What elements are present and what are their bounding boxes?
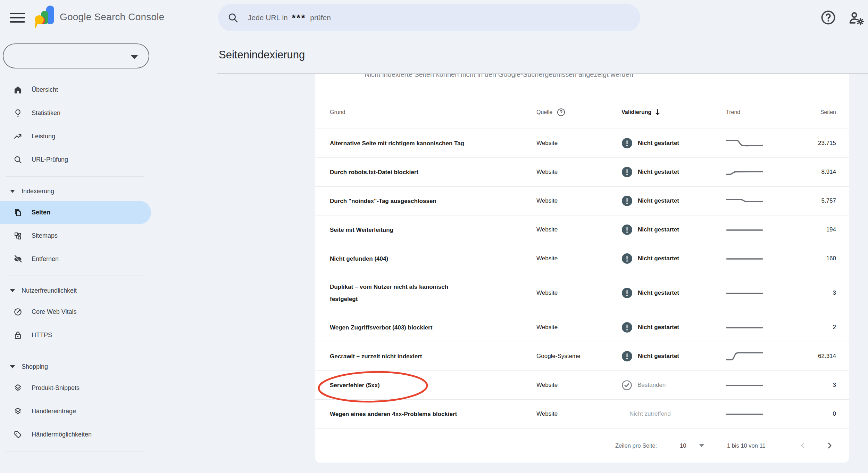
help-icon[interactable]: [820, 9, 836, 27]
validation-status: Nicht gestartet: [638, 169, 679, 176]
help-icon[interactable]: [557, 108, 566, 117]
rows-per-page-dropdown-icon[interactable]: [699, 443, 705, 448]
trend-sparkline-flat: [726, 408, 763, 419]
column-header-validierung[interactable]: Validierung: [621, 108, 726, 116]
table-row[interactable]: Durch "noindex"-Tag ausgeschlossen Websi…: [315, 187, 849, 215]
sidebar-item-leistung[interactable]: Leistung: [0, 125, 151, 148]
source-cell: Website: [536, 169, 621, 176]
sidebar-divider: [6, 276, 144, 276]
triangle-down-icon: [10, 288, 15, 293]
layers-icon: [13, 383, 23, 393]
user-settings-icon[interactable]: [847, 10, 865, 27]
table-row[interactable]: Serverfehler (5xx) Website Bestanden 3: [315, 371, 849, 400]
sidebar-divider: [6, 176, 144, 177]
reason-cell: Seite mit Weiterleitung: [330, 224, 536, 236]
source-cell: Google-Systeme: [536, 353, 621, 360]
trend-cell: [726, 287, 771, 299]
pages-count-cell: 194: [771, 226, 836, 233]
sidebar-section-label: Nutzerfreundlichkeit: [22, 287, 77, 294]
sidebar-item-https[interactable]: HTTPS: [0, 324, 151, 347]
sidebar-item-statistiken[interactable]: Statistiken: [0, 101, 151, 125]
reason-cell: Wegen eines anderen 4xx-Problems blockie…: [330, 408, 536, 420]
chevron-down-icon: [130, 54, 139, 60]
sidebar-item-sitemaps[interactable]: Sitemaps: [0, 224, 151, 247]
not-started-icon: [621, 351, 633, 362]
pages-count-cell: 23.715: [771, 140, 836, 147]
sidebar-item-haendlereintraege[interactable]: Händlereinträge: [0, 400, 151, 423]
sidebar-item-label: Sitemaps: [32, 232, 58, 239]
property-selector[interactable]: [3, 43, 149, 68]
sidebar-item-url-pruefung[interactable]: URL-Prüfung: [0, 148, 151, 171]
trend-cell: [726, 408, 771, 419]
pages-count-cell: 8.914: [771, 169, 836, 176]
validation-cell: Nicht gestartet: [621, 166, 726, 178]
trend-sparkline-step-down: [726, 138, 763, 149]
sidebar-item-label: URL-Prüfung: [32, 156, 68, 163]
reason-cell: Duplikat – vom Nutzer nicht als kanonisc…: [330, 281, 536, 305]
column-header-seiten[interactable]: Seiten: [771, 109, 836, 115]
search-placeholder-redacted-domain: ***: [292, 13, 306, 24]
sidebar-item-label: Seiten: [32, 209, 50, 216]
url-inspection-search-input[interactable]: Jede URL in *** prüfen: [218, 4, 640, 31]
sidebar-item-uebersicht[interactable]: Übersicht: [0, 78, 151, 101]
source-cell: Website: [536, 289, 621, 296]
hamburger-icon[interactable]: [10, 13, 25, 23]
sidebar-item-label: Leistung: [32, 133, 55, 140]
sidebar-item-haendlermoeglichkeiten[interactable]: Händlermöglichkeiten: [0, 423, 151, 446]
table-row[interactable]: Seite mit Weiterleitung Website Nicht ge…: [315, 215, 849, 244]
sidebar: Übersicht Statistiken Leistung URL-Prüfu…: [0, 35, 151, 456]
validation-cell: Nicht gestartet: [621, 195, 726, 206]
reason-cell: Nicht gefunden (404): [330, 253, 536, 265]
pages-count-cell: 0: [771, 410, 836, 417]
lock-icon: [13, 331, 23, 340]
not-indexed-notice: Nicht indexierte Seiten können nicht in …: [365, 74, 633, 79]
sidebar-section-indexierung[interactable]: Indexierung: [0, 181, 151, 201]
validation-cell: Nicht gestartet: [621, 253, 726, 264]
sidebar-item-seiten[interactable]: Seiten: [0, 201, 151, 224]
table-row[interactable]: Duplikat – vom Nutzer nicht als kanonisc…: [315, 273, 849, 313]
table-row[interactable]: Nicht gefunden (404) Website Nicht gesta…: [315, 244, 849, 273]
sitemap-icon: [13, 231, 23, 240]
validation-cell: Bestanden: [621, 380, 726, 391]
pages-count-cell: 3: [771, 289, 836, 296]
rows-per-page-value[interactable]: 10: [680, 442, 686, 449]
not-started-icon: [621, 138, 633, 149]
table-row[interactable]: Durch robots.txt-Datei blockiert Website…: [315, 158, 849, 187]
eye-off-icon: [13, 254, 23, 264]
sidebar-item-produkt-snippets[interactable]: Produkt-Snippets: [0, 376, 151, 400]
reason-cell: Durch "noindex"-Tag ausgeschlossen: [330, 195, 536, 207]
previous-page-icon[interactable]: [799, 441, 808, 450]
column-header-grund[interactable]: Grund: [330, 109, 536, 115]
not-started-icon: [621, 224, 633, 235]
reason-cell: Serverfehler (5xx): [330, 379, 536, 391]
sidebar-item-label: Core Web Vitals: [32, 308, 76, 316]
rows-per-page-label: Zeilen pro Seite:: [615, 442, 657, 449]
not-started-icon: [621, 287, 633, 299]
table-row[interactable]: Wegen Zugriffsverbot (403) blockiert Web…: [315, 313, 849, 342]
trend-sparkline-step-down-small: [726, 195, 763, 206]
table-header: Grund Quelle Validierung Trend Seiten: [315, 106, 849, 119]
sidebar-item-label: Händlermöglichkeiten: [32, 431, 92, 438]
validation-status: Nicht gestartet: [638, 255, 679, 262]
trend-cell: [726, 138, 771, 149]
trend-sparkline-flat: [726, 287, 763, 299]
sidebar-item-core-web-vitals[interactable]: Core Web Vitals: [0, 300, 151, 324]
table-row[interactable]: Wegen eines anderen 4xx-Problems blockie…: [315, 400, 849, 429]
validation-cell: Nicht gestartet: [621, 322, 726, 333]
sidebar-item-label: Entfernen: [32, 255, 59, 263]
next-page-icon[interactable]: [825, 441, 834, 450]
column-header-quelle[interactable]: Quelle: [536, 108, 621, 117]
page-indexing-report-card: Nicht indexierte Seiten können nicht in …: [315, 74, 849, 463]
column-header-trend[interactable]: Trend: [726, 109, 771, 115]
trend-cell: [726, 224, 771, 235]
table-row[interactable]: Alternative Seite mit richtigem kanonisc…: [315, 129, 849, 158]
search-icon: [13, 155, 23, 164]
pages-count-cell: 3: [771, 382, 836, 389]
sidebar-section-nutzerfreundlichkeit[interactable]: Nutzerfreundlichkeit: [0, 281, 151, 300]
table-row[interactable]: Gecrawlt – zurzeit nicht indexiert Googl…: [315, 342, 849, 371]
trend-cell: [726, 195, 771, 206]
sidebar-item-entfernen[interactable]: Entfernen: [0, 247, 151, 271]
sidebar-section-shopping[interactable]: Shopping: [0, 357, 151, 376]
trend-sparkline-flat: [726, 380, 763, 391]
sidebar-item-label: Übersicht: [32, 86, 58, 93]
